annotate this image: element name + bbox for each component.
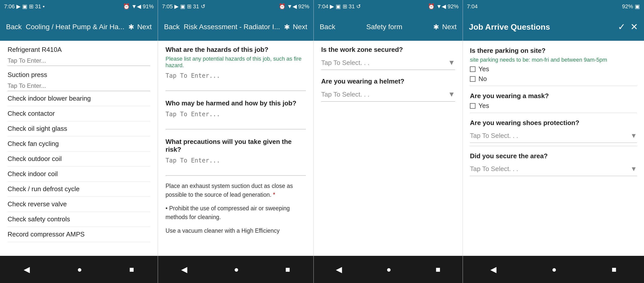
list-item[interactable]: Check outdoor coil xyxy=(8,151,150,167)
play-icon-2: ▶ xyxy=(174,3,179,10)
square-nav-icon-3[interactable]: ■ xyxy=(428,262,448,277)
secure-area-select-row[interactable]: Tap To Select. . . ▼ xyxy=(470,162,637,176)
parking-no-label: No xyxy=(478,75,487,83)
bottom-nav-3: ◀ ● ■ xyxy=(314,256,463,283)
next-button-3[interactable]: Next xyxy=(442,23,457,31)
bluetooth-icon-3: ✱ xyxy=(433,23,439,31)
back-nav-icon-1[interactable]: ◀ xyxy=(16,262,37,277)
next-button-1[interactable]: Next xyxy=(137,23,152,31)
parking-hint: site parking needs to be: mon-fri and be… xyxy=(470,57,637,63)
status-bar-3: 7:04 ▶ ▣ ⊞ 31 ↺ ⏰ ▼◀ 92% xyxy=(314,0,463,13)
square-nav-icon-2[interactable]: ■ xyxy=(278,262,298,277)
back-button-2[interactable]: Back xyxy=(164,23,180,31)
chevron-down-icon-1: ▼ xyxy=(448,59,455,67)
check-safety-controls-item[interactable]: Check safety controls xyxy=(8,212,150,227)
parking-yes-label: Yes xyxy=(478,65,489,73)
back-nav-icon-2[interactable]: ◀ xyxy=(174,262,195,277)
list-item[interactable]: Check fan cycling xyxy=(8,136,150,151)
panel-risk-assessment: 7:05 ▶ ▣ ⊞ 31 ↺ ⏰ ▼◀ 92% Back Risk Asses… xyxy=(158,0,314,283)
refrigerant-input[interactable] xyxy=(8,56,150,66)
harmed-input[interactable] xyxy=(166,109,306,129)
back-button-3[interactable]: Back xyxy=(320,23,335,31)
suction-press-input[interactable] xyxy=(8,81,150,91)
time-3: 7:04 xyxy=(318,3,329,10)
panel4-header: Job Arrive Questions ✓ ✕ xyxy=(463,13,644,41)
panel-cooling-heat-pump: 7:06 ▶ ▣ ⊞ 31 • ⏰ ▼◀ 91% Back Cooling / … xyxy=(0,0,158,283)
wifi-icon-2: ▼◀ xyxy=(287,3,297,10)
status-left-2: 7:05 ▶ ▣ ⊞ 31 ↺ xyxy=(162,3,205,10)
battery-3: 92% xyxy=(448,3,459,10)
parking-yes-row: Yes xyxy=(470,65,637,73)
list-item[interactable]: Check oil sight glass xyxy=(8,121,150,136)
list-item[interactable]: Check indoor blower bearing xyxy=(8,91,150,106)
back-button-1[interactable]: Back xyxy=(6,23,22,31)
parking-no-checkbox[interactable] xyxy=(470,76,475,82)
back-nav-icon-4[interactable]: ◀ xyxy=(483,262,504,277)
checkmark-icon[interactable]: ✓ xyxy=(618,22,625,32)
panel1-content: Refrigerant R410A Suction press Check in… xyxy=(0,41,158,256)
close-icon[interactable]: ✕ xyxy=(630,22,638,32)
work-zone-label: Is the work zone secured? xyxy=(321,46,455,54)
helmet-select-text: Tap To Select. . . xyxy=(321,91,370,98)
list-item[interactable]: Check indoor coil xyxy=(8,167,150,182)
nav-bar-2: Back Risk Assessment - Radiator I... ✱ N… xyxy=(158,13,313,41)
alarm-icon-3: ⏰ xyxy=(428,3,435,10)
nav-bar-1: Back Cooling / Heat Pump & Air Ha... ✱ N… xyxy=(0,13,158,41)
nav-title-3: Safety form xyxy=(339,23,429,31)
bottom-nav-1: ◀ ● ■ xyxy=(0,256,158,283)
status-bar-1: 7:06 ▶ ▣ ⊞ 31 • ⏰ ▼◀ 91% xyxy=(0,0,158,13)
hazards-hint: Please list any potential hazards of thi… xyxy=(166,56,306,69)
status-bar-4: 7:04 92% ▣ xyxy=(463,0,644,13)
square-nav-icon-1[interactable]: ■ xyxy=(122,262,142,277)
helmet-select[interactable]: Tap To Select. . . ▼ xyxy=(321,87,455,102)
alarm-icon-2: ⏰ xyxy=(279,3,286,10)
bottom-nav-2: ◀ ● ■ xyxy=(158,256,313,283)
home-nav-icon-2[interactable]: ● xyxy=(226,262,246,277)
helmet-label: Are you wearing a helmet? xyxy=(321,77,455,85)
chevron-down-icon-2: ▼ xyxy=(448,90,455,98)
precautions-question-label: What precautions will you take given the… xyxy=(166,138,306,153)
status-right-2: ⏰ ▼◀ 92% xyxy=(279,3,309,10)
panel2-content: What are the hazards of this job? Please… xyxy=(158,41,313,256)
battery-4: 92% ▣ xyxy=(622,3,640,10)
list-item[interactable]: Check reverse valve xyxy=(8,197,150,212)
play-icon-3: ▶ xyxy=(330,3,334,10)
list-item[interactable]: Record compressor AMPS xyxy=(8,227,150,242)
notification-icons-3: ▣ ⊞ 31 ↺ xyxy=(336,3,361,10)
time-2: 7:05 xyxy=(162,3,173,10)
back-nav-icon-3[interactable]: ◀ xyxy=(328,262,350,277)
status-left-3: 7:04 ▶ ▣ ⊞ 31 ↺ xyxy=(318,3,361,10)
home-nav-icon-3[interactable]: ● xyxy=(379,262,399,277)
secure-area-question-label: Did you secure the area? xyxy=(470,152,637,160)
shoes-select-row[interactable]: Tap To Select. . . ▼ xyxy=(470,129,637,143)
square-nav-icon-4[interactable]: ■ xyxy=(604,262,624,277)
bluetooth-icon-1: ✱ xyxy=(128,23,134,31)
mask-yes-label: Yes xyxy=(478,102,489,110)
battery-2: 92% xyxy=(298,3,309,10)
nav-title-2: Risk Assessment - Radiator I... xyxy=(184,23,280,31)
wifi-icon-3: ▼◀ xyxy=(436,3,446,10)
status-right-1: ⏰ ▼◀ 91% xyxy=(123,3,154,10)
chevron-down-icon-4: ▼ xyxy=(630,132,637,140)
hazards-input[interactable] xyxy=(166,71,306,91)
list-item[interactable]: Check contactor xyxy=(8,106,150,121)
parking-no-row: No xyxy=(470,75,637,83)
play-icon-1: ▶ xyxy=(16,3,21,10)
work-zone-select[interactable]: Tap To Select. . . ▼ xyxy=(321,56,455,70)
harmed-question-label: Who may be harmed and how by this job? xyxy=(166,99,306,107)
panel-job-arrive: 7:04 92% ▣ Job Arrive Questions ✓ ✕ Is t… xyxy=(463,0,644,283)
status-bar-2: 7:05 ▶ ▣ ⊞ 31 ↺ ⏰ ▼◀ 92% xyxy=(158,0,313,13)
list-item[interactable]: Check / run defrost cycle xyxy=(8,182,150,197)
precautions-input[interactable] xyxy=(166,155,306,176)
parking-yes-checkbox[interactable] xyxy=(470,66,475,72)
home-nav-icon-1[interactable]: ● xyxy=(70,262,90,277)
hazards-question-label: What are the hazards of this job? xyxy=(166,46,306,54)
panel3-content: Is the work zone secured? Tap To Select.… xyxy=(314,41,463,256)
wifi-icon-1: ▼◀ xyxy=(131,3,141,10)
bluetooth-icon-2: ✱ xyxy=(284,23,290,31)
home-nav-icon-4[interactable]: ● xyxy=(544,262,564,277)
mask-yes-checkbox[interactable] xyxy=(470,103,475,109)
notification-icons-2: ▣ ⊞ 31 ↺ xyxy=(180,3,205,10)
panel4-content: Is there parking on site? site parking n… xyxy=(463,41,644,256)
next-button-2[interactable]: Next xyxy=(293,23,307,31)
